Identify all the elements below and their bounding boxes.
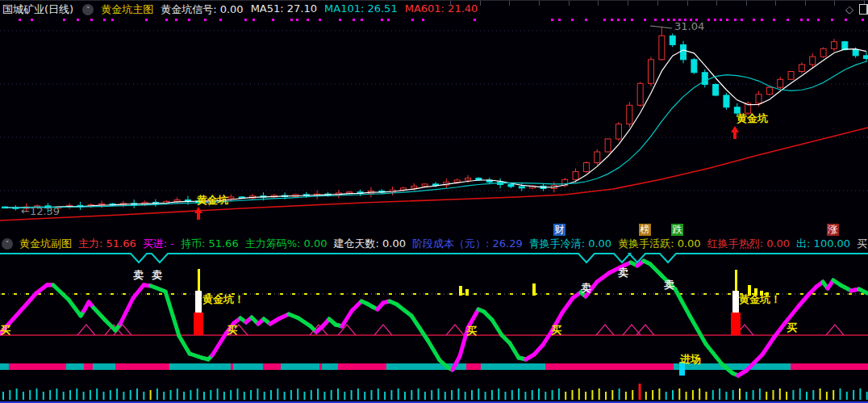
sell-marker-1: 卖 xyxy=(152,270,162,280)
axis-tick xyxy=(834,1,835,6)
sub-field-1: 买进: - xyxy=(143,237,174,251)
stock-name: 国城矿业(日线) xyxy=(2,2,73,17)
axis-tick xyxy=(509,1,510,6)
golden-pit-label-0: 黄金坑 xyxy=(197,195,228,205)
hot-tag-3[interactable]: 涨 xyxy=(827,224,839,236)
diamond-tool-icon[interactable]: ◇ xyxy=(845,3,853,15)
axis-tick xyxy=(746,1,747,6)
sub-field-0: 主力: 51.66 xyxy=(78,237,136,251)
chevron-down-icon[interactable]: ˅ xyxy=(82,4,94,15)
main-field-3: MA601: 21.40 xyxy=(405,2,478,17)
indicator-panel-chart[interactable] xyxy=(0,251,868,403)
sub-field-3: 主力筹码%: 0.00 xyxy=(245,237,328,251)
sub-field-9: 出: 100.00 xyxy=(796,237,850,251)
main-field-1: MA51: 27.10 xyxy=(251,2,317,17)
sub-field-8: 红换手热烈: 0.00 xyxy=(707,237,790,251)
sell-marker-3: 卖 xyxy=(618,267,628,278)
low-price-label: ←12.39 xyxy=(21,206,60,216)
golden-pit-signal-1: 黄金坑！ xyxy=(739,294,781,304)
golden-pit-label-1: 黄金坑 xyxy=(737,113,768,124)
sub-indicator-values: 主力: 51.66买进: -持币: 51.66主力筹码%: 0.00建仓天数: … xyxy=(78,237,868,251)
axis-tick xyxy=(480,1,481,6)
axis-tick xyxy=(657,1,658,6)
buy-marker-1: 买 xyxy=(227,325,237,335)
golden-pit-signal-0: 黄金坑！ xyxy=(202,294,244,304)
buy-marker-3: 买 xyxy=(551,325,561,335)
hot-tag-0[interactable]: 财 xyxy=(553,224,565,236)
buy-marker-4: 买 xyxy=(787,322,797,333)
main-field-0: 黄金坑信号: 0.00 xyxy=(161,2,243,17)
buy-marker-2: 买 xyxy=(466,325,477,336)
sub-field-7: 黄换手活跃: 0.00 xyxy=(618,237,700,251)
axis-tick xyxy=(628,1,628,6)
indicator-header: ˅ 黄金坑副图 主力: 51.66买进: -持币: 51.66主力筹码%: 0.… xyxy=(0,237,868,251)
sell-marker-0: 卖 xyxy=(133,270,144,280)
sub-field-5: 阶段成本（元）: 26.29 xyxy=(412,237,523,251)
axis-tick xyxy=(569,1,570,6)
main-chart-header: 国城矿业(日线) ˅ 黄金坑主图 黄金坑信号: 0.00MA51: 27.10M… xyxy=(0,2,868,17)
axis-tick xyxy=(598,1,599,6)
peak-price-label: 31.04 xyxy=(674,21,704,31)
axis-tick xyxy=(775,1,776,6)
sub-field-4: 建仓天数: 0.00 xyxy=(333,237,405,251)
main-indicator-title[interactable]: 黄金坑主图 xyxy=(101,2,153,17)
axis-tick xyxy=(716,1,717,6)
axis-tick xyxy=(450,1,451,6)
sub-field-10: 买点: 0.00 xyxy=(857,237,868,251)
axis-tick xyxy=(687,1,688,6)
sub-indicator-title[interactable]: 黄金坑副图 xyxy=(19,237,72,251)
main-candlestick-chart[interactable] xyxy=(0,17,868,237)
sell-marker-2: 卖 xyxy=(581,283,591,293)
hot-tag-1[interactable]: 榜 xyxy=(639,224,651,236)
sub-field-2: 持币: 51.66 xyxy=(181,237,239,251)
panel-layout-icon[interactable] xyxy=(859,4,868,15)
main-indicator-values: 黄金坑信号: 0.00MA51: 27.10MA101: 26.51MA601:… xyxy=(161,2,485,17)
hot-tag-2[interactable]: 跌 xyxy=(671,224,683,236)
sell-marker-4: 卖 xyxy=(664,279,674,290)
chevron-down-icon[interactable]: ˅ xyxy=(2,238,13,250)
main-field-2: MA101: 26.51 xyxy=(324,2,398,17)
buy-marker-0: 买 xyxy=(0,325,10,335)
enter-marker: 进场 xyxy=(680,354,701,364)
axis-tick xyxy=(539,1,540,6)
sub-field-6: 青换手冷清: 0.00 xyxy=(529,237,611,251)
axis-tick xyxy=(805,1,806,6)
stock-app-window: 国城矿业(日线) ˅ 黄金坑主图 黄金坑信号: 0.00MA51: 27.10M… xyxy=(0,0,868,403)
